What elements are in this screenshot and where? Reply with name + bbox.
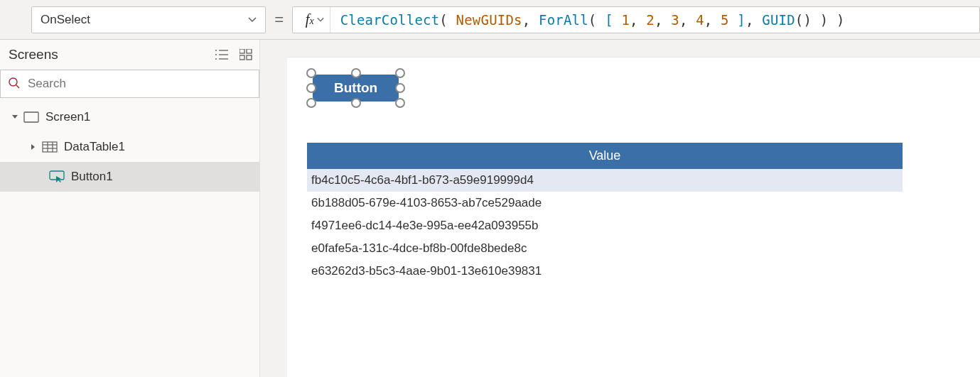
- canvas-button-label: Button: [334, 80, 377, 95]
- tree-node-button1[interactable]: Button1: [0, 162, 259, 192]
- svg-rect-7: [247, 49, 252, 53]
- tree-node-label: DataTable1: [64, 140, 125, 154]
- table-icon: [41, 141, 58, 153]
- resize-handle[interactable]: [306, 98, 316, 108]
- screen-icon: [23, 111, 40, 123]
- table-row[interactable]: e0fafe5a-131c-4dce-bf8b-00fde8bede8c: [307, 237, 903, 260]
- svg-rect-13: [43, 142, 57, 152]
- fx-dropdown[interactable]: fx: [293, 7, 330, 33]
- svg-rect-9: [247, 55, 252, 60]
- formula-box: fx ClearCollect( NewGUIDs, ForAll( [ 1, …: [292, 6, 980, 33]
- resize-handle[interactable]: [351, 98, 361, 108]
- fx-icon: fx: [306, 11, 314, 28]
- thumbnail-view-icon[interactable]: [239, 49, 252, 60]
- caret-down-icon: [10, 114, 20, 121]
- canvas[interactable]: Button Value fb4c10c5-4c6a-4bf1-b673-a59…: [260, 40, 980, 377]
- chevron-down-icon: [248, 16, 257, 24]
- resize-handle[interactable]: [395, 83, 405, 93]
- tree-view-panel: Screens: [0, 40, 260, 377]
- property-dropdown[interactable]: OnSelect: [31, 6, 266, 33]
- caret-right-icon: [28, 143, 38, 151]
- screens-header: Screens: [0, 40, 259, 70]
- svg-rect-8: [239, 55, 244, 60]
- list-view-icon[interactable]: [215, 49, 230, 60]
- table-row[interactable]: 6b188d05-679e-4103-8653-ab7ce529aade: [307, 192, 903, 214]
- formula-input[interactable]: ClearCollect( NewGUIDs, ForAll( [ 1, 2, …: [330, 12, 855, 28]
- property-value: OnSelect: [41, 13, 90, 27]
- chevron-down-icon: [317, 16, 324, 23]
- resize-handle[interactable]: [306, 83, 316, 93]
- screens-title: Screens: [9, 47, 58, 62]
- formula-bar: OnSelect = fx ClearCollect( NewGUIDs, Fo…: [0, 0, 980, 40]
- tree-node-label: Screen1: [45, 110, 90, 124]
- search-box[interactable]: [0, 70, 259, 98]
- resize-handle[interactable]: [395, 98, 405, 108]
- svg-rect-6: [239, 49, 244, 53]
- table-row[interactable]: f4971ee6-dc14-4e3e-995a-ee42a093955b: [307, 214, 903, 237]
- svg-point-10: [9, 78, 17, 86]
- resize-handle[interactable]: [351, 68, 361, 78]
- button-icon: [48, 170, 65, 183]
- tree-node-label: Button1: [71, 170, 113, 184]
- table-row[interactable]: e63262d3-b5c3-4aae-9b01-13e610e39831: [307, 260, 903, 283]
- tree-node-datatable1[interactable]: DataTable1: [0, 132, 259, 162]
- svg-line-11: [16, 85, 19, 88]
- equals-label: =: [266, 11, 292, 29]
- canvas-button-selected[interactable]: Button: [313, 75, 399, 102]
- search-input[interactable]: [28, 77, 252, 91]
- resize-handle[interactable]: [306, 68, 316, 78]
- tree: Screen1 DataTable1 Button1: [0, 98, 259, 192]
- resize-handle[interactable]: [395, 68, 405, 78]
- table-row[interactable]: fb4c10c5-4c6a-4bf1-b673-a59e919999d4: [307, 169, 903, 192]
- table-header[interactable]: Value: [307, 143, 903, 169]
- canvas-datatable[interactable]: Value fb4c10c5-4c6a-4bf1-b673-a59e919999…: [307, 143, 903, 283]
- tree-node-screen1[interactable]: Screen1: [0, 102, 259, 132]
- search-icon: [8, 77, 21, 92]
- svg-rect-12: [24, 112, 38, 122]
